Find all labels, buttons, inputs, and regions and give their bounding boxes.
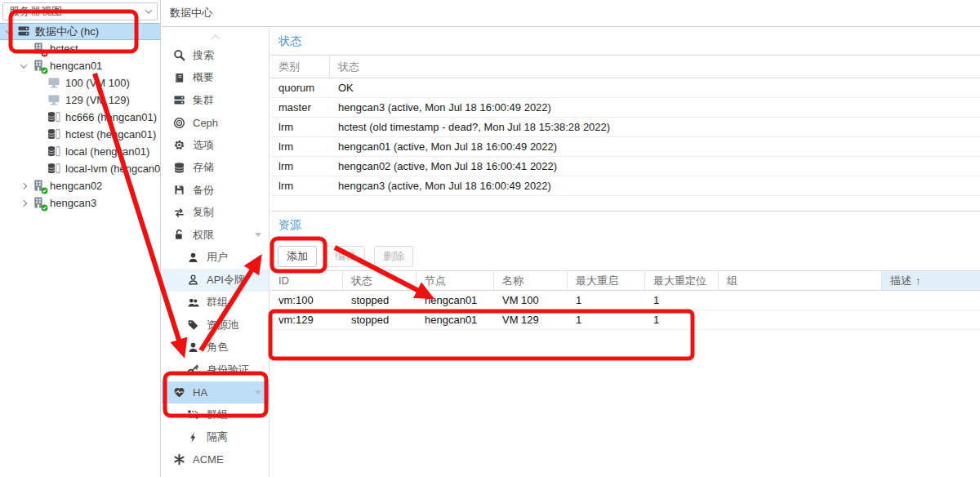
menu-item-search[interactable]: 搜索 <box>162 44 269 67</box>
menu-item-roles[interactable]: 角色 <box>162 337 269 359</box>
resource-tree-panel: 服务器视图 数据中心 (hc) hctest hengcan01 100 (VM… <box>0 0 161 477</box>
table-row[interactable]: lrmhengcan3 (active, Mon Jul 18 16:00:49… <box>270 176 980 196</box>
resource-tree: 数据中心 (hc) hctest hengcan01 100 (VM 100) … <box>0 23 160 212</box>
menu-item-options[interactable]: 选项 <box>162 134 269 157</box>
edit-button[interactable]: 编辑 <box>326 246 365 267</box>
key-icon <box>187 363 199 376</box>
menu-item-permissions[interactable]: 权限 <box>162 224 269 247</box>
collapse-arrow-icon[interactable] <box>255 233 261 237</box>
tree-item-vm-129[interactable]: 129 (VM 129) <box>0 91 160 109</box>
ceph-icon <box>173 117 185 129</box>
resources-table-header: ID 状态 节点 名称 最大重启 最大重定位 组 描述 ↑ <box>270 270 980 291</box>
table-row[interactable]: masterhengcan3 (active, Mon Jul 18 16:00… <box>270 98 980 118</box>
table-row-vm-100[interactable]: vm:100 stopped hengcan01 VM 100 1 1 <box>270 291 980 310</box>
storage-icon <box>47 110 61 124</box>
expander-icon[interactable] <box>6 27 12 33</box>
table-row[interactable]: lrmhengcan01 (active, Mon Jul 18 16:00:4… <box>270 137 980 157</box>
status-table-header: 类别 状态 <box>270 56 980 78</box>
database-icon <box>173 162 185 174</box>
storage-icon <box>47 162 61 176</box>
node-icon <box>32 179 46 193</box>
column-header-max-restart[interactable]: 最大重启 <box>568 271 645 290</box>
storage-icon <box>47 145 61 158</box>
menu-item-fencing[interactable]: 隔离 <box>162 426 269 449</box>
menu-item-api-tokens[interactable]: API令牌 <box>162 269 269 292</box>
menu-item-acme[interactable]: ACME <box>162 448 269 471</box>
chevron-down-icon <box>145 7 152 13</box>
add-button[interactable]: 添加 <box>278 246 317 267</box>
collapse-arrow-icon[interactable] <box>255 390 261 395</box>
sort-ascending-icon: ↑ <box>915 274 921 287</box>
person-icon <box>187 341 199 354</box>
bolt-icon <box>187 431 199 444</box>
heartbeat-icon <box>173 386 185 399</box>
column-header-max-relocate[interactable]: 最大重定位 <box>645 271 719 290</box>
table-row-vm-129[interactable]: vm:129 stopped hengcan01 VM 129 1 1 <box>270 310 980 330</box>
menu-item-backup[interactable]: 备份 <box>162 179 269 202</box>
expander-icon[interactable] <box>20 199 27 206</box>
server-icon <box>173 94 185 106</box>
datacenter-menu: 搜索 概要 集群 Ceph 选项 存储 备份 复制 权限 用户 API令牌 群组… <box>162 28 270 477</box>
table-row[interactable]: lrmhengcan02 (active, Mon Jul 18 16:00:4… <box>270 157 980 176</box>
resources-section-title: 资源 <box>270 212 980 239</box>
column-header-description[interactable]: 描述 ↑ <box>882 271 980 290</box>
panel-header: 数据中心 <box>162 0 980 27</box>
tree-item-hengcan01[interactable]: hengcan01 <box>0 57 160 74</box>
error-badge-icon <box>41 50 48 57</box>
table-row[interactable]: lrmhctest (old timestamp - dead?, Mon Ju… <box>270 118 980 137</box>
menu-item-replication[interactable]: 复制 <box>162 202 269 225</box>
column-header-id[interactable]: ID <box>270 271 343 290</box>
menu-item-ha[interactable]: HA <box>162 381 269 404</box>
book-icon <box>173 72 185 84</box>
menu-item-users[interactable]: 用户 <box>162 247 269 270</box>
menu-item-ceph[interactable]: Ceph <box>162 112 269 135</box>
tree-item-vm-100[interactable]: 100 (VM 100) <box>0 74 160 91</box>
tree-item-datacenter[interactable]: 数据中心 (hc) <box>0 23 160 40</box>
expander-icon[interactable] <box>20 61 27 68</box>
tree-item-storage-local[interactable]: local (hengcan01) <box>0 143 160 160</box>
chevron-up-icon <box>211 34 220 43</box>
menu-item-groups[interactable]: 群组 <box>162 292 269 314</box>
tree-item-storage-hctest[interactable]: hctest (hengcan01) <box>0 126 160 143</box>
tree-item-storage-local-lvm[interactable]: local-lvm (hengcan01) <box>0 160 160 177</box>
storage-icon <box>47 127 61 141</box>
column-header-status[interactable]: 状态 <box>343 271 416 290</box>
column-header-type[interactable]: 类别 <box>270 56 330 78</box>
floppy-icon <box>173 184 185 196</box>
user-outline-icon <box>187 274 199 286</box>
status-section-title: 状态 <box>270 28 980 56</box>
node-icon <box>32 59 46 73</box>
table-row[interactable]: quorumOK <box>270 78 980 98</box>
resources-toolbar: 添加 编辑 删除 <box>270 239 980 270</box>
menu-scroll-up[interactable] <box>162 28 269 44</box>
gear-icon <box>173 139 185 151</box>
expander-icon[interactable] <box>20 182 27 189</box>
menu-item-pools[interactable]: 资源池 <box>162 314 269 337</box>
page-title: 数据中心 <box>170 6 212 20</box>
user-icon <box>187 252 199 264</box>
menu-item-ha-groups[interactable]: 群组 <box>162 403 269 426</box>
unlock-icon <box>173 229 185 241</box>
remove-button[interactable]: 删除 <box>374 246 413 267</box>
users-icon <box>187 296 199 309</box>
column-header-name[interactable]: 名称 <box>494 271 568 290</box>
ok-badge-icon <box>41 67 48 74</box>
column-header-status[interactable]: 状态 <box>330 56 980 78</box>
menu-item-storage[interactable]: 存储 <box>162 157 269 180</box>
column-header-group[interactable]: 组 <box>719 271 882 290</box>
view-selector[interactable]: 服务器视图 <box>2 2 158 20</box>
tree-item-hengcan3[interactable]: hengcan3 <box>0 194 160 212</box>
column-header-node[interactable]: 节点 <box>416 271 494 290</box>
ok-badge-icon <box>41 204 48 212</box>
tree-item-hctest-node[interactable]: hctest <box>0 40 160 57</box>
tags-icon <box>187 319 199 331</box>
tree-item-storage-hc666[interactable]: hc666 (hengcan01) <box>0 109 160 126</box>
object-group-icon <box>187 408 199 421</box>
menu-item-summary[interactable]: 概要 <box>162 67 269 90</box>
content-area: 状态 类别 状态 quorumOK masterhengcan3 (active… <box>270 28 980 477</box>
search-icon <box>173 49 185 61</box>
asterisk-icon <box>173 453 185 466</box>
menu-item-cluster[interactable]: 集群 <box>162 89 269 112</box>
tree-item-hengcan02[interactable]: hengcan02 <box>0 177 160 194</box>
menu-item-authentication[interactable]: 身份验证 <box>162 359 269 381</box>
